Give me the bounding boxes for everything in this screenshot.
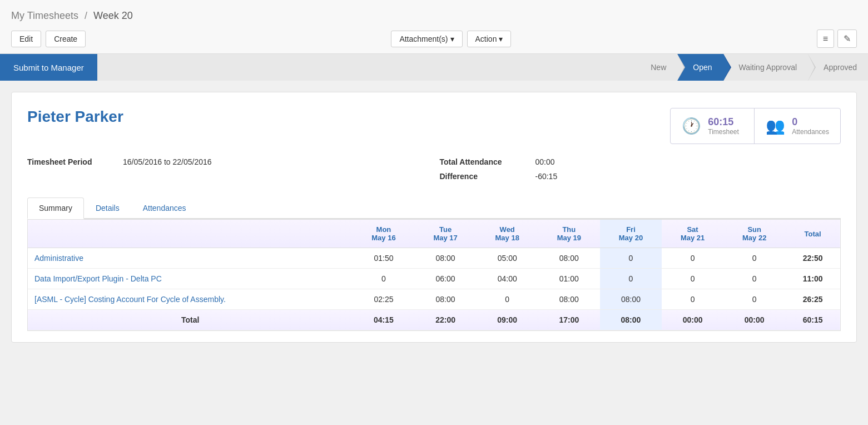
difference-value: -60:15 [535,172,558,181]
totals-fri: 08:00 [600,310,662,330]
breadcrumb-parent[interactable]: My Timesheets [11,10,78,21]
total-attendance-label: Total Attendance [440,157,529,166]
row-2-sun: 0 [723,289,785,310]
totals-sun: 00:00 [723,310,785,330]
workflow-step-approved[interactable]: Approved [808,54,868,81]
row-2-tue: 08:00 [415,289,477,310]
attachments-button[interactable]: Attachment(s) ▾ [391,31,462,47]
row-0-total: 22:50 [785,248,840,269]
edit-view-button[interactable]: ✎ [837,29,857,48]
col-header-wed: Wed May 18 [477,220,538,248]
create-button[interactable]: Create [46,31,86,47]
timesheet-label: Timesheet [708,128,739,136]
timesheet-stat-info: 60:15 Timesheet [708,116,739,136]
summary-table-container: Mon May 16 Tue May 17 Wed May 18 Thu [27,219,841,331]
clock-icon: 🕐 [682,117,701,135]
edit-button[interactable]: Edit [11,31,41,47]
action-button[interactable]: Action ▾ [467,31,512,47]
table-row: Administrative 01:50 08:00 05:00 08:00 0… [28,248,840,269]
row-1-sun: 0 [723,269,785,289]
total-attendance-row: Total Attendance 00:00 [440,157,841,166]
card-header: Pieter Parker 🕐 60:15 Timesheet 👥 0 Atte… [27,108,841,144]
tab-bar: Summary Details Attendances [27,196,841,219]
row-1-name[interactable]: Data Import/Export Plugin - Delta PC [28,269,353,289]
row-0-wed: 05:00 [477,248,538,269]
period-label: Timesheet Period [27,157,116,166]
totals-sat: 00:00 [662,310,723,330]
form-section: Timesheet Period 16/05/2016 to 22/05/201… [27,157,841,181]
table-row: [ASML - Cycle] Costing Account For Cycle… [28,289,840,310]
period-value: 16/05/2016 to 22/05/2016 [123,157,212,166]
totals-label: Total [28,310,353,330]
total-attendance-value: 00:00 [535,157,555,166]
row-1-mon: 0 [353,269,414,289]
action-dropdown-arrow-icon: ▾ [499,34,503,43]
row-0-mon: 01:50 [353,248,414,269]
right-fields: Total Attendance 00:00 Difference -60:15 [440,157,841,181]
dropdown-arrow-icon: ▾ [450,34,454,43]
people-icon: 👥 [766,117,785,135]
row-1-wed: 04:00 [477,269,538,289]
stats-boxes: 🕐 60:15 Timesheet 👥 0 Attendances [670,108,841,144]
workflow-steps: New Open Waiting Approval Approved [642,54,868,81]
row-2-fri: 08:00 [600,289,662,310]
row-0-name[interactable]: Administrative [28,248,353,269]
attendances-stat[interactable]: 👥 0 Attendances [754,108,840,144]
col-header-thu: Thu May 19 [538,220,600,248]
col-header-sat: Sat May 21 [662,220,723,248]
workflow-step-new[interactable]: New [642,54,677,81]
tab-summary[interactable]: Summary [27,197,84,219]
totals-thu: 17:00 [538,310,600,330]
table-header-row: Mon May 16 Tue May 17 Wed May 18 Thu [28,220,840,248]
tab-attendances[interactable]: Attendances [131,197,198,219]
row-1-thu: 01:00 [538,269,600,289]
difference-label: Difference [440,172,529,181]
row-2-mon: 02:25 [353,289,414,310]
breadcrumb: My Timesheets / Week 20 [11,10,857,22]
col-header-tue: Tue May 17 [415,220,477,248]
main-content: Pieter Parker 🕐 60:15 Timesheet 👥 0 Atte… [0,81,868,354]
list-view-button[interactable]: ≡ [817,29,834,48]
row-0-thu: 08:00 [538,248,600,269]
col-header-total: Total [785,220,840,248]
breadcrumb-current: Week 20 [93,10,133,21]
workflow-step-waiting[interactable]: Waiting Approval [723,54,809,81]
row-2-name[interactable]: [ASML - Cycle] Costing Account For Cycle… [28,289,353,310]
totals-row: Total 04:15 22:00 09:00 17:00 08:00 00:0… [28,310,840,330]
status-bar: Submit to Manager New Open Waiting Appro… [0,54,868,81]
row-2-thu: 08:00 [538,289,600,310]
difference-row: Difference -60:15 [440,172,841,181]
timesheet-value: 60:15 [708,116,739,128]
col-header-sun: Sun May 22 [723,220,785,248]
row-2-total: 26:25 [785,289,840,310]
toolbar: Edit Create Attachment(s) ▾ Action ▾ ≡ ✎ [11,29,857,48]
table-row: Data Import/Export Plugin - Delta PC 0 0… [28,269,840,289]
summary-table: Mon May 16 Tue May 17 Wed May 18 Thu [28,220,840,330]
row-2-wed: 0 [477,289,538,310]
tab-details[interactable]: Details [84,197,131,219]
attendances-stat-info: 0 Attendances [792,116,829,136]
col-header-mon: Mon May 16 [353,220,414,248]
timesheet-stat[interactable]: 🕐 60:15 Timesheet [671,108,754,144]
col-header-fri: Fri May 20 [600,220,662,248]
row-1-fri: 0 [600,269,662,289]
row-0-fri: 0 [600,248,662,269]
row-0-tue: 08:00 [415,248,477,269]
col-header-name [28,220,353,248]
row-1-total: 11:00 [785,269,840,289]
timesheet-card: Pieter Parker 🕐 60:15 Timesheet 👥 0 Atte… [11,92,857,343]
submit-to-manager-button[interactable]: Submit to Manager [0,54,97,81]
totals-mon: 04:15 [353,310,414,330]
totals-total: 60:15 [785,310,840,330]
breadcrumb-separator: / [85,10,87,21]
row-1-sat: 0 [662,269,723,289]
row-1-tue: 06:00 [415,269,477,289]
row-2-sat: 0 [662,289,723,310]
toolbar-right: ≡ ✎ [817,29,857,48]
row-0-sat: 0 [662,248,723,269]
totals-wed: 09:00 [477,310,538,330]
totals-tue: 22:00 [415,310,477,330]
timesheet-period-row: Timesheet Period 16/05/2016 to 22/05/201… [27,157,429,181]
attendances-value: 0 [792,116,829,128]
person-name: Pieter Parker [27,108,123,126]
